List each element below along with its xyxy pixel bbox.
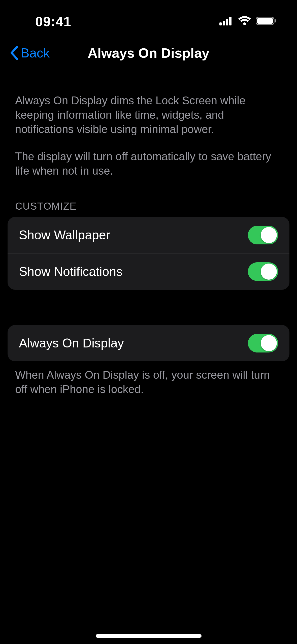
- footer-note: When Always On Display is off, your scre…: [0, 361, 297, 403]
- status-time: 09:41: [35, 14, 71, 29]
- svg-rect-5: [257, 18, 273, 24]
- nav-bar: Back Always On Display: [0, 35, 297, 71]
- svg-rect-2: [226, 19, 228, 25]
- back-label: Back: [21, 45, 50, 60]
- customize-group: Show Wallpaper Show Notifications: [8, 217, 289, 290]
- row-label-show-notifications: Show Notifications: [19, 264, 122, 279]
- back-button[interactable]: Back: [8, 45, 52, 60]
- wifi-icon: [238, 16, 251, 27]
- row-show-notifications: Show Notifications: [8, 253, 289, 290]
- status-bar: 09:41: [0, 0, 297, 35]
- main-group: Always On Display: [8, 325, 289, 361]
- battery-icon: [256, 16, 277, 27]
- row-always-on-display: Always On Display: [8, 325, 289, 361]
- toggle-always-on-display[interactable]: [248, 334, 278, 352]
- chevron-left-icon: [10, 46, 19, 60]
- row-show-wallpaper: Show Wallpaper: [8, 217, 289, 253]
- home-indicator[interactable]: [96, 634, 202, 638]
- svg-rect-6: [275, 19, 276, 22]
- row-label-show-wallpaper: Show Wallpaper: [19, 228, 110, 242]
- toggle-show-wallpaper[interactable]: [248, 226, 278, 244]
- svg-rect-0: [219, 22, 222, 25]
- status-icons: [219, 16, 277, 27]
- toggle-show-notifications[interactable]: [248, 262, 278, 281]
- svg-rect-1: [223, 21, 225, 25]
- content: Always On Display dims the Lock Screen w…: [0, 71, 297, 403]
- intro-paragraph-1: Always On Display dims the Lock Screen w…: [0, 86, 297, 139]
- row-label-always-on-display: Always On Display: [19, 336, 124, 350]
- intro-paragraph-2: The display will turn off automatically …: [0, 139, 297, 180]
- section-header-customize: CUSTOMIZE: [0, 180, 297, 217]
- cellular-icon: [219, 16, 234, 26]
- svg-rect-3: [229, 17, 232, 25]
